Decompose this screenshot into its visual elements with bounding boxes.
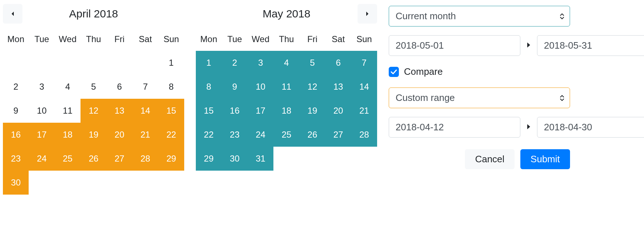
cancel-button[interactable]: Cancel xyxy=(465,149,515,169)
day-cell[interactable]: 6 xyxy=(325,51,351,75)
day-cell[interactable]: 24 xyxy=(248,123,273,147)
day-cell[interactable]: 18 xyxy=(273,99,299,123)
day-empty xyxy=(132,51,158,75)
day-cell[interactable]: 26 xyxy=(300,123,325,147)
day-cell[interactable]: 13 xyxy=(107,99,132,123)
day-cell[interactable]: 12 xyxy=(300,75,325,99)
weekday-row: MonTueWedThuFriSatSun xyxy=(196,32,377,46)
compare-start-input[interactable] xyxy=(389,117,520,138)
day-cell[interactable]: 22 xyxy=(196,123,222,147)
compare-checkbox[interactable] xyxy=(389,67,399,77)
next-month-button[interactable] xyxy=(358,4,377,24)
day-cell[interactable]: 16 xyxy=(3,123,29,147)
day-cell[interactable]: 15 xyxy=(196,99,222,123)
day-cell[interactable]: 10 xyxy=(248,75,273,99)
weekday-label: Sat xyxy=(132,32,158,46)
day-cell[interactable]: 16 xyxy=(222,99,247,123)
primary-date-row xyxy=(389,35,570,56)
day-cell[interactable]: 29 xyxy=(196,147,222,171)
day-cell[interactable]: 9 xyxy=(3,99,29,123)
day-cell[interactable]: 13 xyxy=(325,75,351,99)
day-cell[interactable]: 5 xyxy=(80,75,106,99)
day-cell[interactable]: 30 xyxy=(3,171,29,195)
day-cell[interactable]: 23 xyxy=(3,147,29,171)
chevron-right-icon xyxy=(366,11,369,16)
day-cell[interactable]: 3 xyxy=(29,75,54,99)
day-cell[interactable]: 27 xyxy=(107,147,132,171)
day-cell[interactable]: 9 xyxy=(222,75,247,99)
primary-preset-select-wrap: Current month xyxy=(389,6,570,27)
submit-button[interactable]: Submit xyxy=(520,149,570,169)
compare-date-row xyxy=(389,117,570,138)
weekday-label: Fri xyxy=(300,32,325,46)
day-cell[interactable]: 1 xyxy=(196,51,222,75)
day-cell[interactable]: 2 xyxy=(222,51,247,75)
days-grid: 1234567891011121314151617181920212223242… xyxy=(196,51,377,171)
day-cell[interactable]: 21 xyxy=(132,123,158,147)
day-cell[interactable]: 1 xyxy=(158,51,184,75)
day-cell[interactable]: 17 xyxy=(248,99,273,123)
day-cell[interactable]: 20 xyxy=(107,123,132,147)
weekday-label: Tue xyxy=(222,32,247,46)
day-cell[interactable]: 19 xyxy=(80,123,106,147)
day-cell[interactable]: 21 xyxy=(351,99,377,123)
day-cell[interactable]: 22 xyxy=(158,123,184,147)
day-cell[interactable]: 6 xyxy=(107,75,132,99)
day-cell[interactable]: 15 xyxy=(158,99,184,123)
day-cell[interactable]: 30 xyxy=(222,147,247,171)
day-empty xyxy=(55,51,80,75)
day-cell[interactable]: 5 xyxy=(300,51,325,75)
day-cell[interactable]: 27 xyxy=(325,123,351,147)
calendar-title: April 2018 xyxy=(69,8,118,20)
day-empty xyxy=(80,51,106,75)
day-cell[interactable]: 25 xyxy=(55,147,80,171)
arrow-right-icon xyxy=(526,123,531,131)
calendar-1: May 2018MonTueWedThuFriSatSun12345678910… xyxy=(196,3,377,195)
weekday-label: Mon xyxy=(196,32,222,46)
compare-end-input[interactable] xyxy=(537,117,644,138)
day-cell[interactable]: 14 xyxy=(132,99,158,123)
day-cell[interactable]: 23 xyxy=(222,123,247,147)
day-cell[interactable]: 19 xyxy=(300,99,325,123)
weekday-label: Tue xyxy=(29,32,54,46)
weekday-label: Sat xyxy=(325,32,351,46)
day-cell[interactable]: 11 xyxy=(55,99,80,123)
compare-preset-select[interactable]: Custom range xyxy=(389,87,570,108)
compare-preset-select-wrap: Custom range xyxy=(389,87,570,108)
day-cell[interactable]: 2 xyxy=(3,75,29,99)
day-cell[interactable]: 3 xyxy=(248,51,273,75)
day-cell[interactable]: 28 xyxy=(351,123,377,147)
day-cell[interactable]: 28 xyxy=(132,147,158,171)
day-cell[interactable]: 11 xyxy=(273,75,299,99)
weekday-row: MonTueWedThuFriSatSun xyxy=(3,32,184,46)
compare-label: Compare xyxy=(404,66,443,77)
weekday-label: Mon xyxy=(3,32,29,46)
day-cell[interactable]: 31 xyxy=(248,147,273,171)
calendar-header: May 2018 xyxy=(196,3,377,25)
day-cell[interactable]: 18 xyxy=(55,123,80,147)
day-cell[interactable]: 10 xyxy=(29,99,54,123)
day-cell[interactable]: 25 xyxy=(273,123,299,147)
weekday-label: Fri xyxy=(107,32,132,46)
prev-month-button[interactable] xyxy=(3,4,22,24)
day-cell[interactable]: 4 xyxy=(273,51,299,75)
day-cell[interactable]: 17 xyxy=(29,123,54,147)
day-cell[interactable]: 8 xyxy=(158,75,184,99)
day-cell[interactable]: 26 xyxy=(80,147,106,171)
day-cell[interactable]: 24 xyxy=(29,147,54,171)
day-cell[interactable]: 20 xyxy=(325,99,351,123)
weekday-label: Sun xyxy=(158,32,184,46)
compare-row: Compare xyxy=(389,65,570,79)
weekday-label: Sun xyxy=(351,32,377,46)
primary-start-input[interactable] xyxy=(389,35,520,56)
day-cell[interactable]: 7 xyxy=(132,75,158,99)
day-cell[interactable]: 12 xyxy=(80,99,106,123)
day-cell[interactable]: 4 xyxy=(55,75,80,99)
day-cell[interactable]: 29 xyxy=(158,147,184,171)
day-cell[interactable]: 8 xyxy=(196,75,222,99)
actions-row: Cancel Submit xyxy=(389,149,570,169)
day-cell[interactable]: 7 xyxy=(351,51,377,75)
primary-end-input[interactable] xyxy=(537,35,644,56)
day-cell[interactable]: 14 xyxy=(351,75,377,99)
primary-preset-select[interactable]: Current month xyxy=(389,6,570,27)
